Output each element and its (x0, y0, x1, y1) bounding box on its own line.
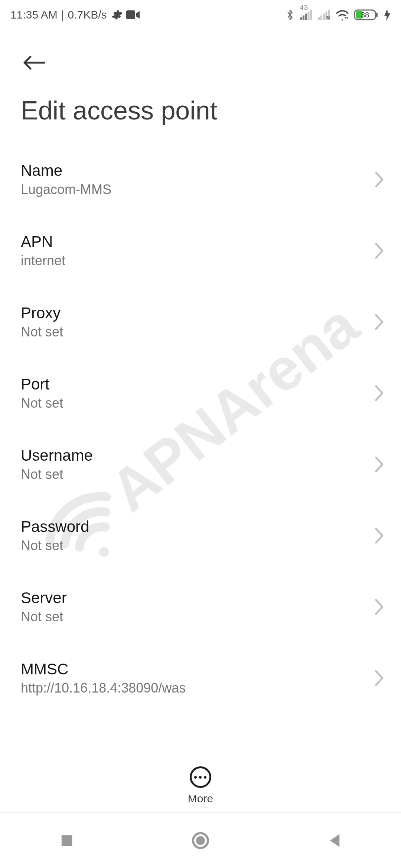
status-time: 11:35 AM (10, 9, 58, 21)
item-value: Not set (21, 609, 67, 625)
svg-rect-2 (303, 16, 304, 20)
item-title: MMSC (21, 660, 186, 678)
nav-recents-button[interactable] (30, 822, 104, 859)
nav-home-button[interactable] (163, 822, 238, 859)
status-bar: 11:35 AM | 0.7KB/s 4G (0, 0, 401, 30)
status-left: 11:35 AM | 0.7KB/s (10, 9, 140, 21)
item-title: Username (21, 447, 93, 464)
item-value: Not set (21, 395, 63, 411)
chevron-right-icon (374, 171, 385, 188)
item-title: Server (21, 589, 67, 607)
item-password[interactable]: Password Not set (0, 500, 401, 571)
svg-rect-5 (310, 10, 312, 20)
chevron-right-icon (374, 670, 385, 686)
header (0, 30, 401, 76)
item-value: Not set (21, 467, 93, 482)
item-title: Port (21, 375, 63, 393)
status-4g-label: 4G (300, 4, 308, 11)
svg-rect-0 (126, 10, 135, 19)
signal-2-icon (318, 10, 330, 20)
arrow-left-icon (22, 55, 45, 70)
item-name[interactable]: Name Lugacom-MMS (0, 144, 401, 215)
square-icon (60, 834, 74, 848)
settings-list-viewport: Name Lugacom-MMS APN internet Proxy Not … (0, 129, 401, 700)
gear-icon (111, 9, 123, 21)
item-port[interactable]: Port Not set (0, 358, 401, 429)
circle-icon (192, 832, 209, 849)
camera-icon (126, 10, 140, 20)
more-button[interactable]: More (188, 766, 213, 805)
battery-icon: 38 (354, 9, 379, 21)
item-username[interactable]: Username Not set (0, 429, 401, 500)
chevron-right-icon (374, 314, 385, 330)
status-right: 4G 38 (285, 9, 391, 21)
item-mmsc[interactable]: MMSC http://10.16.18.4:38090/was (0, 642, 401, 700)
svg-rect-4 (307, 12, 309, 20)
svg-rect-8 (323, 14, 325, 20)
triangle-left-icon (327, 833, 341, 848)
svg-rect-1 (300, 17, 302, 20)
status-net-speed: 0.7KB/s (68, 9, 107, 21)
status-sep: | (61, 9, 64, 21)
svg-rect-13 (376, 13, 378, 17)
item-value: Not set (21, 324, 63, 340)
svg-rect-7 (320, 16, 322, 20)
item-value: http://10.16.18.4:38090/was (21, 680, 186, 696)
chevron-right-icon (374, 385, 385, 401)
svg-rect-3 (305, 14, 307, 20)
item-title: APN (21, 233, 65, 251)
more-label: More (188, 792, 213, 805)
item-proxy[interactable]: Proxy Not set (0, 286, 401, 358)
item-title: Name (21, 162, 111, 180)
bluetooth-icon (285, 9, 295, 21)
chevron-right-icon (374, 527, 385, 544)
svg-rect-6 (318, 17, 320, 20)
chevron-right-icon (374, 599, 385, 615)
page-title: Edit access point (0, 76, 401, 129)
back-button[interactable] (21, 50, 47, 76)
battery-pct: 38 (361, 11, 369, 19)
svg-point-11 (344, 16, 349, 20)
item-value: internet (21, 253, 65, 269)
nav-bar (0, 812, 401, 868)
nav-back-button[interactable] (297, 822, 371, 859)
chevron-right-icon (374, 456, 385, 473)
item-title: Password (21, 518, 89, 536)
item-apn[interactable]: APN internet (0, 215, 401, 286)
more-icon (190, 766, 211, 788)
wifi-status-icon (336, 9, 349, 20)
charging-icon (384, 9, 391, 21)
item-server[interactable]: Server Not set (0, 571, 401, 642)
settings-list: Name Lugacom-MMS APN internet Proxy Not … (0, 129, 401, 700)
chevron-right-icon (374, 243, 385, 259)
signal-1-icon (300, 10, 313, 20)
item-value: Lugacom-MMS (21, 182, 111, 197)
bottom-action-bar: More (0, 757, 401, 805)
item-title: Proxy (21, 304, 63, 322)
item-value: Not set (21, 538, 89, 553)
svg-point-17 (196, 836, 205, 845)
svg-rect-15 (62, 835, 72, 846)
